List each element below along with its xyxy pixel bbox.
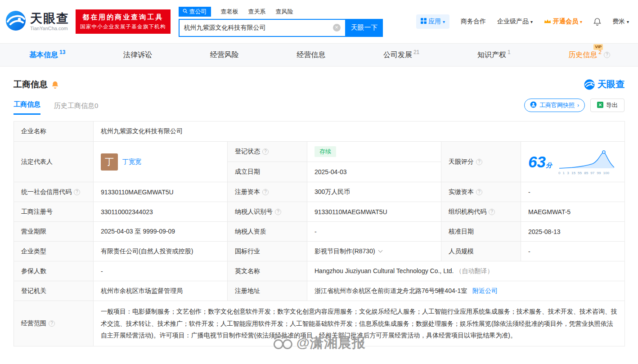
business-term-label: 营业期限 bbox=[14, 222, 94, 242]
help-icon[interactable]: ? bbox=[262, 148, 269, 155]
tab-company-development[interactable]: 公司发展21 bbox=[383, 50, 419, 60]
official-snapshot-button[interactable]: 工商官网快照 › bbox=[524, 99, 585, 112]
tianyancha-logo[interactable]: 天眼查 TianYanCha.com bbox=[5, 10, 69, 33]
search-tab-company[interactable]: 查公司 bbox=[179, 7, 211, 17]
company-name-label: 企业名称 bbox=[14, 121, 94, 142]
org-code-value: MAEGMWAT-5 bbox=[521, 202, 625, 222]
english-name-label: 英文名称 bbox=[228, 261, 307, 281]
search-input[interactable] bbox=[180, 24, 333, 31]
subtab-history-business-info[interactable]: 历史工商信息0 bbox=[54, 102, 98, 115]
subtab-business-info[interactable]: 工商信息 bbox=[13, 100, 40, 115]
table-row: 经营范围? 一般项目：电影摄制服务；文艺创作；数字文化创意软件开发；数字文化创意… bbox=[14, 301, 625, 346]
grid-icon bbox=[421, 18, 427, 25]
staff-size-value: - bbox=[521, 242, 625, 261]
subscribe-bell-icon[interactable] bbox=[51, 81, 59, 89]
reg-status-value: 存续 bbox=[307, 142, 441, 162]
legal-rep-link[interactable]: 丁宽宽 bbox=[122, 158, 141, 166]
staff-size-label: 人员规模 bbox=[441, 242, 521, 261]
search-box: × bbox=[179, 19, 346, 37]
taxpayer-id-value: 91330110MAEGMWAT5U bbox=[307, 202, 441, 222]
business-term-value: 2025-04-03 至 9999-09-09 bbox=[94, 222, 228, 242]
company-type-value: 有限责任公司(自然人投资或控股) bbox=[94, 242, 228, 261]
tab-operating-risk[interactable]: 经营风险 bbox=[210, 50, 239, 60]
search-button[interactable]: 天眼一下 bbox=[346, 19, 383, 37]
help-icon[interactable]: ? bbox=[275, 209, 281, 215]
apps-menu[interactable]: 应用 ▾ bbox=[416, 14, 449, 29]
paid-capital-label: 实缴资本? bbox=[441, 182, 521, 202]
reg-number-value: 330110002344023 bbox=[94, 202, 228, 222]
help-icon[interactable]: ? bbox=[74, 189, 80, 195]
reg-status-label: 登记状态? bbox=[228, 142, 307, 162]
notification-bell-icon[interactable] bbox=[593, 18, 601, 26]
business-scope-value: 一般项目：电影摄制服务；文艺创作；数字文化创意软件开发；数字文化创意内容应用服务… bbox=[94, 301, 625, 346]
chevron-down-icon: ▾ bbox=[443, 20, 445, 24]
approval-date-label: 核准日期 bbox=[441, 222, 521, 242]
table-row: 营业期限 2025-04-03 至 9999-09-09 纳税人资质 - 核准日… bbox=[14, 222, 625, 242]
user-menu[interactable]: 费米 ▾ bbox=[612, 18, 629, 26]
help-icon[interactable]: ? bbox=[262, 189, 269, 195]
industry-value: 影视节目制作(R8730) bbox=[307, 242, 441, 261]
help-icon[interactable]: ? bbox=[49, 320, 55, 327]
insured-count-label: 参保人数 bbox=[14, 261, 94, 281]
search-tab-risk[interactable]: 查风险 bbox=[276, 8, 293, 16]
insured-count-value: - bbox=[94, 261, 228, 281]
table-row: 工商注册号 330110002344023 纳税人识别号? 91330110MA… bbox=[14, 202, 625, 222]
score-value: 63 bbox=[528, 153, 546, 171]
tab-history-info[interactable]: VIP 历史信息2 ? bbox=[568, 50, 610, 60]
tab-legal-proceedings[interactable]: 法律诉讼 bbox=[123, 50, 152, 60]
tab-operating-info[interactable]: 经营信息 bbox=[297, 50, 325, 60]
business-info-section: 工商信息 天眼查 工商信息 历史工商信息0 工商官网快照 › bbox=[0, 67, 638, 346]
table-row: 企业名称 杭州九紫源文化科技有限公司 bbox=[14, 121, 625, 142]
tab-intellectual-property[interactable]: 知识产权1 bbox=[477, 50, 511, 60]
credit-code-label: 统一社会信用代码? bbox=[14, 182, 94, 202]
help-icon[interactable]: ? bbox=[476, 159, 482, 165]
avatar[interactable]: 丁 bbox=[101, 153, 118, 171]
establish-date-label: 成立日期 bbox=[228, 162, 307, 182]
top-menu: 应用 ▾ 商务合作 企业级产品 ▾ 开通会员 ▾ 费米 ▾ bbox=[416, 14, 629, 29]
reg-authority-label: 登记机关 bbox=[14, 281, 94, 301]
help-icon[interactable]: ? bbox=[476, 189, 482, 195]
taxpayer-id-label: 纳税人识别号? bbox=[228, 202, 307, 222]
section-brand-logo: 天眼查 bbox=[584, 78, 625, 90]
business-info-table: 企业名称 杭州九紫源文化科技有限公司 法定代表人 丁 丁宽宽 登记状态? 存续 … bbox=[13, 121, 625, 346]
chevron-down-icon: ▾ bbox=[580, 20, 582, 24]
org-code-label: 组织机构代码? bbox=[441, 202, 521, 222]
taxpayer-quality-value: - bbox=[307, 222, 441, 242]
score-chart: 0 1 3 15 55 85 97 99 100 bbox=[558, 148, 616, 175]
chevron-down-icon[interactable] bbox=[378, 248, 382, 252]
top-header: 天眼查 TianYanCha.com 都在用的商业查询工具 国家中小企业发展子基… bbox=[0, 0, 638, 43]
section-title: 工商信息 bbox=[13, 79, 48, 90]
arrow-right-icon: › bbox=[577, 102, 579, 108]
score-axis-labels: 0 1 3 15 55 85 97 99 100 bbox=[558, 171, 616, 175]
promo-line1: 都在用的商业查询工具 bbox=[80, 13, 166, 22]
promo-banner: 都在用的商业查询工具 国家中小企业发展子基金旗下机构 bbox=[76, 9, 171, 34]
crown-icon bbox=[544, 18, 551, 25]
help-icon[interactable]: ? bbox=[604, 52, 610, 58]
industry-label: 国标行业 bbox=[228, 242, 307, 261]
logo-title: 天眼查 bbox=[30, 12, 69, 26]
search-tab-relation[interactable]: 查关系 bbox=[248, 8, 266, 16]
establish-date-value: 2025-04-03 bbox=[307, 162, 441, 182]
nearby-companies-link[interactable]: 附近公司 bbox=[472, 287, 498, 294]
reg-capital-label: 注册资本? bbox=[228, 182, 307, 202]
promo-line2: 国家中小企业发展子基金旗下机构 bbox=[80, 23, 166, 30]
search-tab-boss[interactable]: 查老板 bbox=[221, 8, 238, 16]
logo-subtitle: TianYanCha.com bbox=[30, 26, 69, 31]
business-cooperation-link[interactable]: 商务合作 bbox=[461, 18, 486, 26]
tab-basic-info[interactable]: 基本信息13 bbox=[29, 50, 65, 60]
legal-rep-label: 法定代表人 bbox=[14, 142, 94, 182]
reg-number-label: 工商注册号 bbox=[14, 202, 94, 222]
score-cell[interactable]: 63分 0 1 3 15 55 85 97 99 100 bbox=[521, 142, 625, 182]
english-name-value: Hangzhou Jiuziyuan Cultural Technology C… bbox=[307, 261, 625, 281]
reg-capital-value: 300万人民币 bbox=[307, 182, 441, 202]
chevron-down-icon: ▾ bbox=[627, 20, 629, 24]
open-membership-link[interactable]: 开通会员 ▾ bbox=[544, 18, 582, 26]
status-badge: 存续 bbox=[315, 146, 336, 157]
help-icon[interactable]: ? bbox=[489, 209, 495, 215]
search-tabs: 查公司 查老板 查关系 查风险 bbox=[179, 7, 383, 17]
export-button[interactable]: 导出 bbox=[590, 99, 625, 112]
auto-translate-note: （自动翻译） bbox=[455, 267, 493, 274]
clear-search-icon[interactable]: × bbox=[333, 24, 341, 31]
table-row: 参保人数 - 英文名称 Hangzhou Jiuziyuan Cultural … bbox=[14, 261, 625, 281]
enterprise-products-menu[interactable]: 企业级产品 ▾ bbox=[497, 18, 533, 26]
